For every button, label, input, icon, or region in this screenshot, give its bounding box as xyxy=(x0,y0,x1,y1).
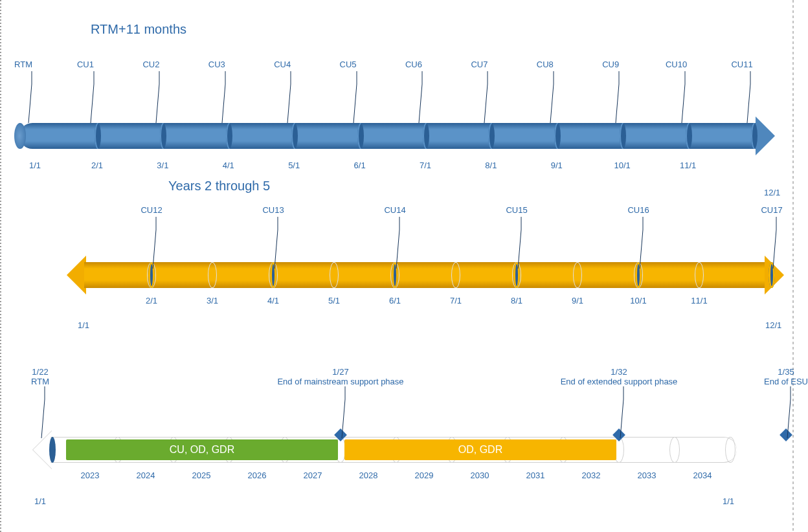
arrowhead-right-icon xyxy=(756,116,775,155)
milestone-text: End of extended support phase xyxy=(561,377,678,386)
timeline-year1: RTM1/1CU12/1CU23/1CU34/1CU45/1CU56/1CU67… xyxy=(19,123,777,149)
cu-label: CU14 xyxy=(376,205,414,215)
timeline1-left-cap xyxy=(14,123,26,149)
milestone-text: RTM xyxy=(31,377,49,386)
year-label: 2029 xyxy=(405,471,443,480)
date-label: 7/1 xyxy=(440,296,472,305)
timeline1-title: RTM+11 months xyxy=(91,22,186,37)
cu-label: CU2 xyxy=(131,60,170,69)
timeline2-end-date: 12/1 xyxy=(765,320,781,330)
timeline1-segment xyxy=(357,123,364,149)
date-label: 4/1 xyxy=(257,296,289,305)
svg-line-17 xyxy=(550,84,554,123)
milestone-date: 1/22 xyxy=(31,367,49,377)
cu-label: RTM xyxy=(4,60,43,69)
timeline1-segment xyxy=(751,123,758,149)
cu-label: CU7 xyxy=(460,60,499,69)
svg-line-25 xyxy=(153,230,156,269)
milestone-label: 1/22RTM xyxy=(31,367,49,386)
svg-line-19 xyxy=(616,84,619,123)
year-label: 2025 xyxy=(182,471,221,480)
year-label: 2027 xyxy=(293,471,332,480)
svg-line-13 xyxy=(419,84,422,123)
svg-line-35 xyxy=(773,230,776,269)
cu-label: CU1 xyxy=(66,60,105,69)
marker-stem xyxy=(417,71,423,123)
date-label: 8/1 xyxy=(500,296,533,305)
timeline1-segment xyxy=(554,123,561,149)
timeline1-segment xyxy=(686,123,692,149)
timeline1-end-date: 12/1 xyxy=(764,188,780,197)
timeline3-segment xyxy=(669,437,680,463)
cu-label: CU16 xyxy=(619,205,658,215)
mainstream-support-label: CU, OD, GDR xyxy=(170,444,234,456)
year-label: 2032 xyxy=(572,471,611,480)
timeline1-segment xyxy=(95,123,101,149)
timeline2-segment xyxy=(330,262,339,288)
date-label: 3/1 xyxy=(146,161,179,170)
marker-stem xyxy=(482,71,489,123)
milestone-text: End of ESU xyxy=(764,377,808,386)
marker-stem xyxy=(516,217,522,262)
marker-stem xyxy=(286,71,292,123)
date-label: 5/1 xyxy=(318,296,350,305)
year-label: 2028 xyxy=(349,471,388,480)
cu-label: CU13 xyxy=(254,205,293,215)
marker-stem xyxy=(548,71,555,123)
extended-support-label: OD, GDR xyxy=(458,444,502,456)
svg-line-23 xyxy=(747,84,750,123)
cu-label: CU11 xyxy=(723,60,761,69)
svg-line-3 xyxy=(91,84,94,123)
svg-line-1 xyxy=(28,84,32,123)
date-label: 2/1 xyxy=(81,161,113,170)
timeline1-shaft xyxy=(19,123,758,149)
svg-line-21 xyxy=(682,84,685,123)
marker-stem xyxy=(220,71,227,123)
marker-stem xyxy=(154,71,161,123)
svg-line-33 xyxy=(640,230,643,269)
cu-label: CU6 xyxy=(394,60,433,69)
cu-label: CU5 xyxy=(329,60,368,69)
marker-stem xyxy=(273,217,279,262)
timeline2-segment xyxy=(695,262,704,288)
milestone-text: End of mainstream support phase xyxy=(277,377,403,386)
date-label: 11/1 xyxy=(683,296,715,305)
marker-stem xyxy=(352,71,358,123)
svg-line-39 xyxy=(342,399,345,438)
cu-label: CU15 xyxy=(497,205,536,215)
timeline2-title: Years 2 through 5 xyxy=(168,179,270,194)
marker-stem xyxy=(680,71,686,123)
timeline2-segment xyxy=(208,262,217,288)
svg-line-15 xyxy=(484,84,488,123)
date-label: 5/1 xyxy=(278,161,310,170)
marker-stem xyxy=(618,386,625,432)
mainstream-support-bar: CU, OD, GDR xyxy=(66,439,338,460)
svg-line-43 xyxy=(787,399,791,438)
marker-stem xyxy=(745,71,752,123)
date-label: 11/1 xyxy=(672,161,704,170)
page-right-border xyxy=(792,0,794,532)
page-left-border xyxy=(0,0,1,532)
timeline2-start-date: 1/1 xyxy=(78,320,89,330)
cu-label: CU3 xyxy=(197,60,236,69)
cu-label: CU12 xyxy=(132,205,171,215)
marker-stem xyxy=(771,217,778,262)
marker-stem xyxy=(340,386,346,432)
marker-stem xyxy=(151,217,157,262)
date-label: 1/1 xyxy=(19,161,51,170)
svg-line-7 xyxy=(222,84,225,123)
timeline1-segment xyxy=(226,123,232,149)
marker-stem xyxy=(785,386,792,432)
svg-line-5 xyxy=(156,84,159,123)
svg-line-41 xyxy=(620,399,623,438)
cu-label: CU17 xyxy=(752,205,791,215)
cu-label: CU9 xyxy=(591,60,630,69)
svg-line-9 xyxy=(287,84,291,123)
timeline2-segment xyxy=(573,262,582,288)
timeline3-left-cap xyxy=(49,437,56,463)
cu-label: CU10 xyxy=(657,60,696,69)
milestone-label: 1/27End of mainstream support phase xyxy=(277,367,403,386)
marker-stem xyxy=(638,217,644,262)
date-label: 6/1 xyxy=(344,161,376,170)
timeline1-segment xyxy=(423,123,429,149)
